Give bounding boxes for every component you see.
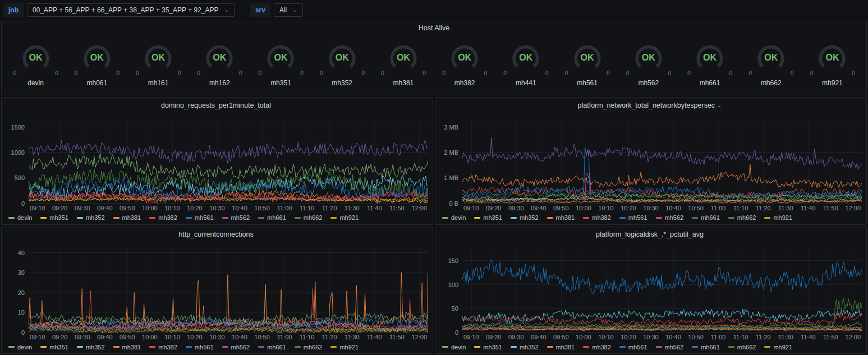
legend-item-mh561[interactable]: mh561 <box>619 214 647 221</box>
legend-item-mh352[interactable]: mh352 <box>511 344 539 351</box>
gauge-status-text: OK <box>563 53 612 63</box>
gauge-min-label: 0 <box>687 70 691 76</box>
job-variable-dropdown[interactable]: 00_APP + 56_APP + 66_APP + 38_APP + 35_A… <box>27 3 235 17</box>
legend-label: mh561 <box>195 344 214 351</box>
x-tick-label: 09:30 <box>75 205 90 211</box>
chart-plot-area[interactable] <box>462 119 862 204</box>
legend-swatch-icon <box>77 346 83 348</box>
legend-item-mh562[interactable]: mh562 <box>222 214 250 221</box>
legend-item-mh351[interactable]: mh351 <box>474 214 502 221</box>
legend-item-mh381[interactable]: mh381 <box>547 344 575 351</box>
x-tick-label: 10:00 <box>576 334 591 340</box>
gauge-mh382: OK00mh382 <box>434 40 495 87</box>
legend-label: mh382 <box>592 214 611 221</box>
legend-item-mh351[interactable]: mh351 <box>40 214 68 221</box>
legend-label: mh562 <box>231 214 250 221</box>
gauge-arc: OK00 <box>256 40 305 79</box>
legend-item-mh382[interactable]: mh382 <box>583 344 611 351</box>
legend-label: mh381 <box>122 344 141 351</box>
gauge-host-label: mh381 <box>393 79 414 87</box>
legend-item-mh381[interactable]: mh381 <box>547 214 575 221</box>
gauge-mh381: OK00mh381 <box>373 40 434 87</box>
legend-swatch-icon <box>656 217 662 219</box>
legend-swatch-icon <box>258 346 264 348</box>
legend-item-devin[interactable]: devin <box>442 214 466 221</box>
legend-swatch-icon <box>8 346 15 348</box>
gauge-mh661: OK00mh661 <box>679 40 740 87</box>
legend-item-mh381[interactable]: mh381 <box>113 344 141 351</box>
legend-item-mh381[interactable]: mh381 <box>113 214 141 221</box>
legend-item-mh662[interactable]: mh662 <box>728 344 756 351</box>
legend-item-mh382[interactable]: mh382 <box>583 214 611 221</box>
x-tick-label: 11:20 <box>322 205 337 211</box>
x-tick-label: 11:30 <box>345 334 360 340</box>
legend-item-devin[interactable]: devin <box>8 344 32 351</box>
chart-canvas <box>29 119 428 204</box>
chart-legend: devinmh351mh352mh381mh382mh561mh562mh661… <box>438 342 862 352</box>
legend-item-mh562[interactable]: mh562 <box>656 214 684 221</box>
legend-item-mh382[interactable]: mh382 <box>149 344 177 351</box>
x-tick-label: 10:30 <box>209 334 225 340</box>
legend-label: mh661 <box>267 214 286 221</box>
legend-label: mh661 <box>701 344 720 351</box>
gauge-arc: OK00 <box>624 40 673 79</box>
gauge-max-label: 0 <box>177 70 181 76</box>
legend-item-mh662[interactable]: mh662 <box>295 214 323 221</box>
gauge-status-text: OK <box>134 53 183 63</box>
x-tick-label: 09:20 <box>52 334 68 340</box>
legend-item-mh661[interactable]: mh661 <box>692 344 720 351</box>
chart-plot-area[interactable] <box>29 119 428 204</box>
chart-legend: devinmh351mh352mh381mh382mh561mh562mh661… <box>4 213 428 223</box>
gauge-host-label: mh352 <box>332 79 352 87</box>
legend-item-mh661[interactable]: mh661 <box>692 214 720 221</box>
legend-item-mh921[interactable]: mh921 <box>764 214 792 221</box>
legend-item-mh352[interactable]: mh352 <box>511 214 539 221</box>
panel-title-host-alive[interactable]: Host Alive <box>419 24 450 32</box>
chart-plot-area[interactable] <box>29 249 428 333</box>
legend-swatch-icon <box>113 346 120 348</box>
legend-item-mh562[interactable]: mh562 <box>656 344 684 351</box>
legend-item-mh661[interactable]: mh661 <box>258 214 286 221</box>
x-tick-label: 11:50 <box>823 334 838 340</box>
x-tick-label: 10:10 <box>598 334 614 340</box>
gauge-status-text: OK <box>379 53 428 63</box>
gauge-status-text: OK <box>440 53 489 63</box>
legend-item-mh561[interactable]: mh561 <box>619 344 647 351</box>
legend-item-mh562[interactable]: mh562 <box>222 344 250 351</box>
panel-title[interactable]: platform_logicaldisk_.*_pctutil_avg <box>596 230 704 238</box>
chevron-down-icon[interactable]: ⌄ <box>717 102 722 108</box>
legend-label: mh382 <box>158 344 177 351</box>
x-tick-label: 12:00 <box>846 334 861 340</box>
legend-label: mh921 <box>773 214 792 221</box>
x-tick-label: 09:30 <box>75 334 90 340</box>
y-tick-label: 2 MB <box>444 149 458 156</box>
legend-item-mh351[interactable]: mh351 <box>474 344 502 351</box>
legend-item-mh352[interactable]: mh352 <box>77 214 105 221</box>
legend-item-mh921[interactable]: mh921 <box>330 344 359 351</box>
chevron-down-icon: ⌄ <box>224 8 229 12</box>
x-tick-label: 11:10 <box>733 334 748 340</box>
legend-label: mh921 <box>339 344 359 351</box>
srv-variable-dropdown[interactable]: All ⌄ <box>274 3 303 17</box>
legend-item-mh662[interactable]: mh662 <box>728 214 756 221</box>
legend-item-mh921[interactable]: mh921 <box>330 214 359 221</box>
legend-item-mh921[interactable]: mh921 <box>764 344 792 351</box>
legend-item-mh561[interactable]: mh561 <box>186 344 214 351</box>
panel-title[interactable]: domino_requests_per1minute_total <box>161 102 271 109</box>
legend-item-mh661[interactable]: mh661 <box>258 344 286 351</box>
legend-item-mh351[interactable]: mh351 <box>40 344 68 351</box>
y-tick-label: 0 <box>21 200 25 207</box>
legend-item-mh662[interactable]: mh662 <box>295 344 323 351</box>
legend-item-devin[interactable]: devin <box>8 214 32 221</box>
legend-item-mh382[interactable]: mh382 <box>149 214 177 221</box>
legend-label: mh561 <box>628 344 647 351</box>
legend-item-mh561[interactable]: mh561 <box>186 214 214 221</box>
x-tick-label: 09:30 <box>508 334 524 340</box>
x-tick-label: 09:50 <box>120 205 135 211</box>
x-tick-label: 11:40 <box>367 334 382 340</box>
legend-item-mh352[interactable]: mh352 <box>77 344 105 351</box>
chart-plot-area[interactable] <box>462 249 862 333</box>
panel-title[interactable]: platform_network_total_networkbytesperse… <box>578 102 715 109</box>
legend-item-devin[interactable]: devin <box>442 344 466 351</box>
panel-title[interactable]: http_currentconnections <box>178 230 253 238</box>
